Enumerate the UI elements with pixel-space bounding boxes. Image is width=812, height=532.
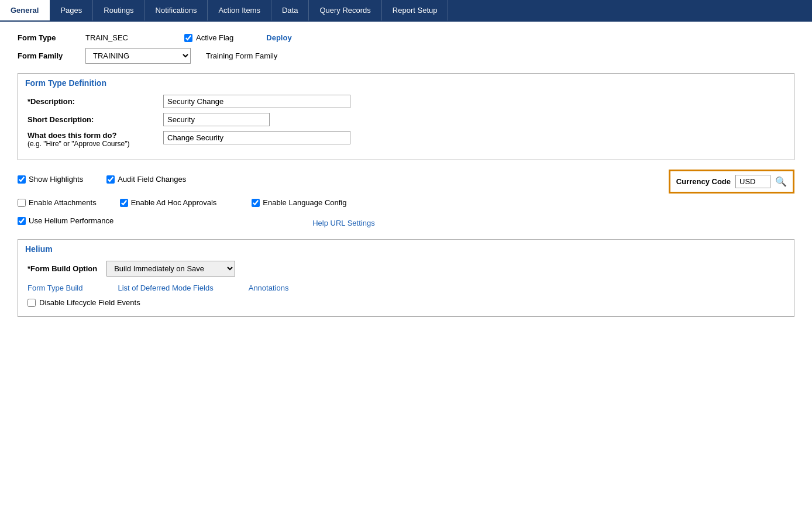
active-flag-checkbox[interactable] [184, 34, 192, 42]
what-does-label: What does this form do? (e.g. "Hire" or … [27, 131, 156, 148]
show-highlights-label[interactable]: Show Highlights [29, 175, 83, 184]
enable-ad-hoc-label[interactable]: Enable Ad Hoc Approvals [131, 198, 217, 207]
short-desc-row: Short Description: [27, 113, 785, 126]
enable-ad-hoc-checkbox[interactable] [120, 199, 128, 207]
use-helium-group: Use Helium Performance [18, 216, 113, 225]
show-highlights-group: Show Highlights [18, 175, 83, 184]
deploy-link[interactable]: Deploy [266, 33, 291, 42]
what-does-row: What does this form do? (e.g. "Hire" or … [27, 131, 785, 148]
active-flag-group: Active Flag [184, 33, 233, 42]
short-desc-label: Short Description: [27, 113, 156, 124]
form-type-value: TRAIN_SEC [85, 33, 128, 42]
disable-lifecycle-checkbox[interactable] [27, 299, 36, 307]
tab-query-records[interactable]: Query Records [309, 0, 381, 20]
disable-lifecycle-label[interactable]: Disable Lifecycle Field Events [39, 298, 140, 307]
currency-code-label: Currency Code [676, 177, 731, 186]
audit-field-group: Audit Field Changes [106, 175, 186, 184]
form-family-desc: Training Form Family [206, 51, 277, 60]
active-flag-label: Active Flag [196, 33, 233, 42]
description-row: *Description: [27, 95, 785, 108]
what-does-input[interactable] [163, 131, 350, 144]
description-input[interactable] [163, 95, 350, 108]
enable-language-label[interactable]: Enable Language Config [263, 198, 346, 207]
tab-pages[interactable]: Pages [50, 0, 93, 20]
form-type-definition-body: *Description: Short Description: What do… [18, 90, 794, 160]
main-content: Form Type TRAIN_SEC Active Flag Deploy F… [0, 22, 812, 338]
currency-search-button[interactable]: 🔍 [775, 176, 787, 187]
currency-code-box: Currency Code 🔍 [669, 170, 794, 194]
list-deferred-link[interactable]: List of Deferred Mode Fields [118, 284, 213, 292]
currency-code-input[interactable] [735, 175, 770, 188]
enable-language-checkbox[interactable] [252, 199, 260, 207]
tab-routings[interactable]: Routings [93, 0, 144, 20]
tab-general[interactable]: General [0, 0, 50, 20]
enable-attachments-checkbox[interactable] [18, 199, 26, 207]
tab-report-setup[interactable]: Report Setup [382, 0, 449, 20]
form-type-definition-title: Form Type Definition [18, 74, 794, 90]
use-helium-label[interactable]: Use Helium Performance [29, 216, 113, 225]
helium-links-row: Form Type Build List of Deferred Mode Fi… [27, 284, 785, 292]
audit-field-checkbox[interactable] [106, 175, 115, 184]
use-helium-checkbox[interactable] [18, 217, 26, 225]
form-type-definition-section: Form Type Definition *Description: Short… [18, 73, 794, 160]
enable-ad-hoc-group: Enable Ad Hoc Approvals [120, 198, 217, 207]
form-family-select[interactable]: TRAINING HR FINANCE OPERATIONS [85, 48, 191, 64]
form-header: Form Type TRAIN_SEC Active Flag Deploy F… [18, 33, 794, 64]
helium-inner: *Form Build Option Build Immediately on … [18, 256, 794, 316]
tab-data[interactable]: Data [271, 0, 309, 20]
enable-attachments-label[interactable]: Enable Attachments [29, 198, 97, 207]
form-type-label: Form Type [18, 33, 76, 42]
tab-notifications[interactable]: Notifications [145, 0, 208, 20]
show-highlights-checkbox[interactable] [18, 175, 26, 184]
annotations-link[interactable]: Annotations [249, 284, 289, 292]
form-family-label: Form Family [18, 51, 76, 60]
audit-field-label[interactable]: Audit Field Changes [118, 175, 186, 184]
helium-section: Helium *Form Build Option Build Immediat… [18, 239, 794, 317]
tab-bar: General Pages Routings Notifications Act… [0, 0, 812, 22]
helium-section-title: Helium [18, 240, 794, 256]
help-url-link[interactable]: Help URL Settings [312, 219, 374, 227]
short-desc-input[interactable] [163, 113, 270, 126]
form-type-build-link[interactable]: Form Type Build [27, 284, 82, 292]
build-option-label: *Form Build Option [27, 264, 97, 273]
build-option-row: *Form Build Option Build Immediately on … [27, 261, 785, 277]
tab-action-items[interactable]: Action Items [208, 0, 271, 20]
build-option-select[interactable]: Build Immediately on Save Deferred Build… [106, 261, 235, 277]
disable-lifecycle-row: Disable Lifecycle Field Events [27, 298, 785, 307]
description-label: *Description: [27, 95, 156, 106]
enable-language-group: Enable Language Config [252, 198, 346, 207]
enable-attachments-group: Enable Attachments [18, 198, 97, 207]
